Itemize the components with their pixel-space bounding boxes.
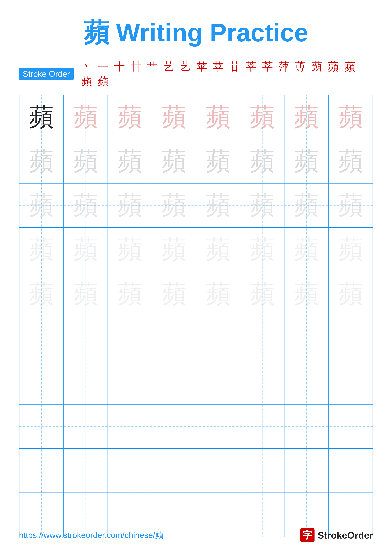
practice-char: 蘋 <box>29 237 54 262</box>
grid-cell[interactable] <box>19 404 64 449</box>
grid-cell[interactable]: 蘋 <box>240 139 284 183</box>
grid-cell[interactable] <box>196 316 240 360</box>
grid-cell[interactable]: 蘋 <box>64 272 107 316</box>
grid-cell[interactable] <box>108 449 152 493</box>
grid-cell[interactable]: 蘋 <box>64 95 107 139</box>
grid-cell[interactable] <box>152 449 196 493</box>
grid-cell[interactable] <box>108 404 152 449</box>
grid-cell[interactable]: 蘋 <box>196 139 240 183</box>
grid-cell[interactable] <box>19 449 64 493</box>
grid-cell[interactable] <box>19 316 64 360</box>
practice-char: 蘋 <box>73 193 98 218</box>
grid-cell[interactable] <box>240 449 284 493</box>
grid-cell[interactable] <box>284 360 328 404</box>
stroke-step-4: 艹 <box>147 59 158 74</box>
grid-cell[interactable]: 蘋 <box>64 227 107 272</box>
practice-char: 蘋 <box>206 193 230 218</box>
grid-cell[interactable]: 蘋 <box>108 272 152 316</box>
grid-cell[interactable]: 蘋 <box>152 139 196 183</box>
stroke-step-2: 十 <box>114 59 125 74</box>
grid-cell[interactable] <box>284 316 328 360</box>
practice-char: 蘋 <box>338 193 363 218</box>
grid-cell[interactable]: 蘋 <box>108 139 152 183</box>
grid-cell[interactable] <box>284 404 328 449</box>
grid-cell[interactable] <box>108 316 152 360</box>
grid-cell[interactable]: 蘋 <box>328 227 373 272</box>
grid-cell[interactable]: 蘋 <box>152 272 196 316</box>
grid-cell[interactable]: 蘋 <box>328 139 373 183</box>
practice-char: 蘋 <box>73 282 98 306</box>
grid-cell[interactable]: 蘋 <box>240 272 284 316</box>
practice-char: 蘋 <box>162 282 186 306</box>
grid-cell[interactable] <box>328 316 373 360</box>
practice-char: 蘋 <box>250 282 275 306</box>
stroke-step-8: 苹 <box>213 59 224 74</box>
grid-cell[interactable] <box>64 449 107 493</box>
grid-cell[interactable]: 蘋 <box>240 95 284 139</box>
grid-cell[interactable] <box>108 360 152 404</box>
practice-char: 蘋 <box>162 237 186 262</box>
grid-cell[interactable]: 蘋 <box>240 183 284 227</box>
practice-char: 蘋 <box>338 282 363 306</box>
stroke-step-3: 廿 <box>131 59 141 74</box>
practice-char: 蘋 <box>250 149 275 174</box>
grid-cell[interactable]: 蘋 <box>196 95 240 139</box>
grid-cell[interactable]: 蘋 <box>19 139 64 183</box>
stroke-step-18: 蘋 <box>98 74 108 88</box>
grid-cell[interactable]: 蘋 <box>284 227 328 272</box>
grid-cell[interactable]: 蘋 <box>196 272 240 316</box>
grid-cell[interactable]: 蘋 <box>19 95 64 139</box>
grid-cell[interactable]: 蘋 <box>284 272 328 316</box>
grid-cell[interactable] <box>196 404 240 449</box>
grid-cell[interactable]: 蘋 <box>64 183 107 227</box>
grid-cell[interactable] <box>152 404 196 449</box>
grid-cell[interactable]: 蘋 <box>240 227 284 272</box>
grid-cell[interactable] <box>328 449 373 493</box>
grid-cell[interactable] <box>196 360 240 404</box>
grid-cell[interactable]: 蘋 <box>196 183 240 227</box>
grid-cell[interactable]: 蘋 <box>196 227 240 272</box>
grid-cell[interactable] <box>152 316 196 360</box>
grid-cell[interactable]: 蘋 <box>284 183 328 227</box>
grid-cell[interactable]: 蘋 <box>152 183 196 227</box>
practice-char: 蘋 <box>73 237 98 262</box>
grid-cell[interactable]: 蘋 <box>19 183 64 227</box>
practice-char: 蘋 <box>29 193 54 218</box>
grid-cell[interactable] <box>152 360 196 404</box>
stroke-step-1: 一 <box>98 59 108 74</box>
footer: https://www.strokeorder.com/chinese/蘋 字 … <box>19 528 373 542</box>
grid-cell[interactable] <box>240 404 284 449</box>
grid-cell[interactable]: 蘋 <box>19 227 64 272</box>
grid-cell[interactable] <box>240 360 284 404</box>
grid-cell[interactable]: 蘋 <box>64 139 107 183</box>
grid-cell[interactable]: 蘋 <box>108 227 152 272</box>
grid-cell[interactable]: 蘋 <box>152 95 196 139</box>
grid-cell[interactable] <box>64 316 107 360</box>
grid-cell[interactable]: 蘋 <box>19 272 64 316</box>
grid-cell[interactable] <box>19 360 64 404</box>
grid-cell[interactable]: 蘋 <box>328 95 373 139</box>
grid-cell[interactable]: 蘋 <box>284 139 328 183</box>
practice-char: 蘋 <box>117 149 142 174</box>
grid-cell[interactable] <box>196 449 240 493</box>
practice-char: 蘋 <box>29 149 54 174</box>
grid-cell[interactable]: 蘋 <box>284 95 328 139</box>
grid-cell[interactable]: 蘋 <box>152 227 196 272</box>
grid-cell[interactable]: 蘋 <box>328 272 373 316</box>
grid-cell[interactable]: 蘋 <box>108 95 152 139</box>
grid-cell[interactable] <box>64 360 107 404</box>
grid-cell[interactable] <box>64 404 107 449</box>
grid-cell[interactable] <box>328 404 373 449</box>
stroke-order-section: Stroke Order 丶一十廿艹艺艺苹苹苷莘莘萍蒪蒴蘋蘋蘋蘋 <box>19 59 373 88</box>
practice-char: 蘋 <box>162 149 186 174</box>
grid-cell[interactable] <box>328 360 373 404</box>
grid-cell[interactable] <box>284 449 328 493</box>
grid-cell[interactable] <box>240 316 284 360</box>
grid-cell[interactable]: 蘋 <box>328 183 373 227</box>
stroke-step-13: 蒪 <box>295 59 306 74</box>
logo-text: StrokeOrder <box>318 530 373 541</box>
practice-char: 蘋 <box>206 237 230 262</box>
stroke-order-label: Stroke Order <box>19 68 74 80</box>
grid-cell[interactable]: 蘋 <box>108 183 152 227</box>
practice-char: 蘋 <box>294 105 319 129</box>
